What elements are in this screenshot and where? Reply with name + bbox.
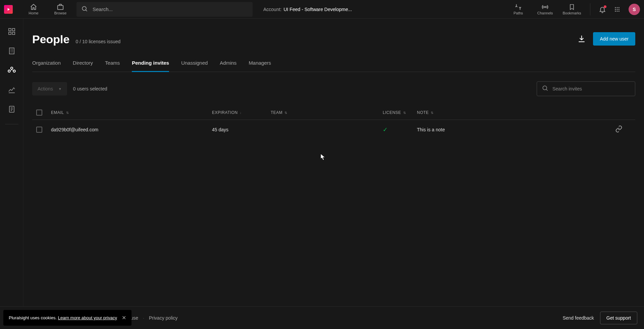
svg-point-4 — [617, 7, 618, 8]
nav-home[interactable]: Home — [21, 1, 46, 17]
sort-icon: ⇅ — [431, 111, 434, 115]
actions-dropdown[interactable]: Actions ▼ — [32, 82, 67, 95]
sidebar-separator — [5, 124, 18, 124]
nav-channels[interactable]: Channels — [533, 1, 557, 17]
svg-point-21 — [543, 86, 547, 90]
svg-point-17 — [10, 67, 13, 69]
account-name: UI Feed - Software Developme... — [283, 7, 352, 12]
svg-point-3 — [615, 7, 616, 8]
cookie-learn-link[interactable]: Learn more about your privacy — [58, 315, 117, 320]
cell-license: ✓ — [383, 126, 417, 133]
top-navigation: Home Browse Account: UI Feed - Software … — [0, 0, 644, 19]
search-invites-input[interactable] — [552, 86, 630, 91]
search-icon — [81, 5, 88, 13]
cell-email: da929b0f@uifeed.com — [51, 127, 212, 132]
nav-bookmarks[interactable]: Bookmarks — [560, 1, 584, 17]
sort-desc-icon: ↓ — [240, 111, 242, 115]
cell-note: This is a note — [417, 127, 615, 132]
tab-organization[interactable]: Organization — [32, 57, 61, 72]
svg-point-2 — [544, 6, 546, 8]
add-user-button[interactable]: Add new user — [593, 32, 635, 46]
svg-point-11 — [619, 10, 620, 11]
account-selector[interactable]: Account: UI Feed - Software Developme... — [263, 7, 352, 12]
download-button[interactable] — [577, 34, 586, 44]
column-note-label: NOTE — [417, 110, 429, 115]
svg-point-8 — [619, 9, 620, 10]
column-expiration-label: EXPIRATION — [212, 110, 238, 115]
select-all-checkbox[interactable] — [36, 110, 42, 116]
nav-paths[interactable]: Paths — [506, 1, 530, 17]
nav-bookmarks-label: Bookmarks — [562, 11, 581, 15]
column-note[interactable]: NOTE ⇅ — [417, 110, 615, 115]
briefcase-icon — [57, 4, 64, 10]
column-email-label: EMAIL — [51, 110, 64, 115]
svg-point-1 — [82, 6, 86, 10]
home-icon — [30, 4, 37, 10]
license-count: 0 / 10 licenses issued — [75, 39, 120, 44]
svg-point-10 — [617, 10, 618, 11]
caret-down-icon: ▼ — [58, 87, 62, 91]
selected-count: 0 users selected — [73, 86, 107, 91]
tab-managers[interactable]: Managers — [249, 57, 271, 72]
global-search[interactable] — [76, 2, 253, 17]
sidebar-people-icon[interactable] — [7, 66, 16, 75]
svg-rect-16 — [9, 48, 14, 54]
account-prefix: Account: — [263, 7, 281, 12]
sort-icon: ⇅ — [284, 111, 287, 115]
brand-logo[interactable] — [4, 5, 13, 14]
get-support-button[interactable]: Get support — [600, 312, 637, 324]
column-email[interactable]: EMAIL ⇅ — [51, 110, 212, 115]
svg-point-5 — [619, 7, 620, 8]
tab-admins[interactable]: Admins — [220, 57, 236, 72]
avatar-initial: S — [633, 7, 636, 12]
svg-rect-14 — [9, 32, 11, 35]
search-invites-box[interactable] — [537, 81, 635, 96]
nav-browse[interactable]: Browse — [48, 1, 72, 17]
nav-paths-label: Paths — [514, 11, 523, 15]
sort-icon: ⇅ — [403, 111, 406, 115]
notifications-button[interactable] — [596, 3, 608, 15]
tabs: Organization Directory Teams Pending inv… — [32, 57, 635, 72]
svg-rect-15 — [12, 32, 15, 35]
user-avatar[interactable]: S — [629, 4, 640, 15]
column-expiration[interactable]: EXPIRATION ↓ — [212, 110, 271, 115]
broadcast-icon — [541, 4, 549, 10]
sidebar-dashboard-icon[interactable] — [7, 27, 16, 36]
cookie-close-icon[interactable]: ✕ — [122, 315, 126, 321]
svg-rect-13 — [12, 28, 15, 31]
notification-dot-icon — [604, 5, 606, 8]
tab-pending-invites[interactable]: Pending invites — [132, 57, 169, 72]
sidebar — [0, 19, 23, 306]
svg-rect-12 — [9, 28, 11, 31]
sidebar-analytics-icon[interactable] — [7, 85, 16, 94]
svg-rect-0 — [58, 5, 63, 9]
sidebar-building-icon[interactable] — [7, 46, 16, 56]
cookie-text: Pluralsight uses cookies. — [9, 315, 57, 320]
tab-teams[interactable]: Teams — [105, 57, 120, 72]
divider — [590, 3, 590, 15]
nav-browse-label: Browse — [54, 11, 67, 15]
table-row: da929b0f@uifeed.com 45 days ✓ This is a … — [32, 120, 635, 139]
nav-channels-label: Channels — [537, 11, 553, 15]
search-input[interactable] — [93, 6, 248, 12]
tab-directory[interactable]: Directory — [73, 57, 93, 72]
page-title: People — [32, 33, 69, 46]
sort-icon: ⇅ — [66, 111, 69, 115]
apps-button[interactable] — [611, 3, 623, 15]
copy-link-icon[interactable] — [615, 128, 623, 134]
check-icon: ✓ — [383, 126, 388, 133]
row-checkbox[interactable] — [36, 127, 42, 133]
nav-home-label: Home — [29, 11, 38, 15]
column-license[interactable]: LICENSE ⇅ — [383, 110, 417, 115]
column-team[interactable]: TEAM ⇅ — [271, 110, 383, 115]
sidebar-log-icon[interactable] — [7, 105, 16, 114]
footer-privacy[interactable]: Privacy policy — [149, 315, 178, 321]
svg-point-6 — [615, 9, 616, 10]
cell-expiration: 45 days — [212, 127, 271, 132]
send-feedback-link[interactable]: Send feedback — [562, 315, 594, 321]
tab-unassigned[interactable]: Unassigned — [181, 57, 208, 72]
paths-icon — [515, 4, 522, 10]
cookie-banner: Pluralsight uses cookies. Learn more abo… — [3, 310, 131, 326]
column-license-label: LICENSE — [383, 110, 401, 115]
search-icon — [542, 85, 548, 93]
